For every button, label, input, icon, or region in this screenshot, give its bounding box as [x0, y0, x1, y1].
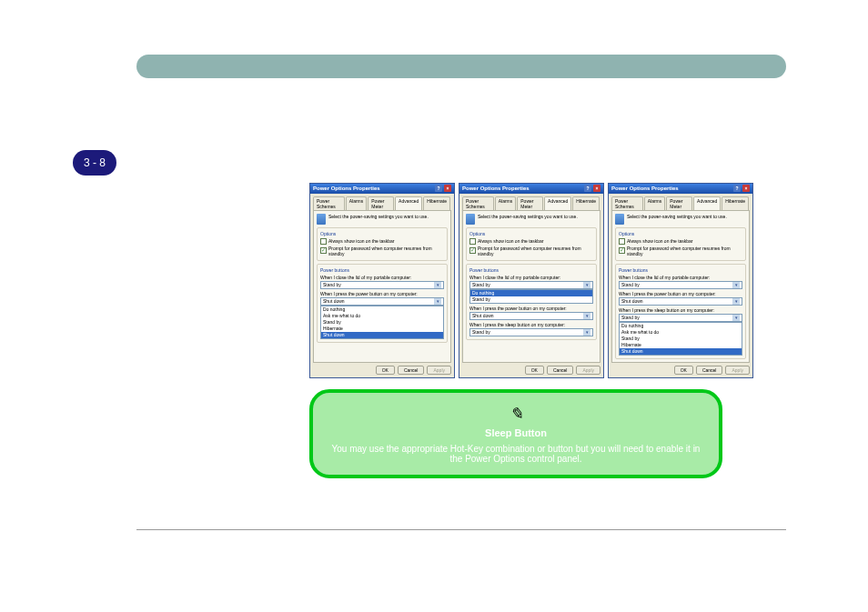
tab-power-schemes[interactable]: Power Schemes [462, 196, 494, 210]
body-text: The sleep button (Fn + Esc key combinati… [136, 106, 786, 150]
opt-hibernate[interactable]: Hibernate [620, 342, 742, 348]
lid-dropdown[interactable]: Stand by▾ [619, 281, 742, 289]
dialog-titlebar[interactable]: Power Options Properties ? × [310, 184, 454, 194]
opt-standby[interactable]: Stand by [620, 336, 742, 342]
sleep-dropdown-list[interactable]: Do nothing Ask me what to do Stand by Hi… [619, 322, 742, 356]
tab-advanced[interactable]: Advanced [395, 196, 422, 210]
opt-shutdown[interactable]: Shut down [620, 348, 742, 355]
battery-icon [317, 214, 326, 225]
tab-hibernate[interactable]: Hibernate [572, 196, 600, 210]
pb-title: Power buttons [619, 267, 742, 273]
opt-standby[interactable]: Stand by [321, 319, 443, 326]
chevron-down-icon: ▾ [583, 282, 590, 288]
ok-button[interactable]: OK [376, 366, 395, 375]
instruction: Select the power-saving settings you wan… [317, 214, 448, 225]
opt-hibernate[interactable]: Hibernate [321, 326, 443, 332]
tab-power-schemes[interactable]: Power Schemes [313, 196, 345, 210]
tab-alarms[interactable]: Alarms [495, 196, 517, 210]
tab-alarms[interactable]: Alarms [644, 196, 666, 210]
options-title: Options [619, 231, 742, 236]
lid-label: When I close the lid of my portable comp… [619, 275, 742, 280]
dialog-title: Power Options Properties [611, 186, 679, 191]
power-label: When I press the power button on my comp… [619, 291, 742, 296]
footer-divider [136, 529, 786, 530]
power-dropdown[interactable]: Shut down▾ [320, 297, 444, 306]
chevron-down-icon: ▾ [434, 298, 441, 305]
dialog-body: Select the power-saving settings you wan… [462, 210, 601, 363]
lid-dropdown[interactable]: Stand by▾ [320, 281, 444, 289]
body-p1: The sleep button (Fn + Esc key combinati… [136, 106, 786, 125]
ok-button[interactable]: OK [674, 366, 693, 375]
power-label: When I press the power button on my comp… [469, 306, 593, 311]
tab-hibernate[interactable]: Hibernate [722, 196, 749, 210]
dialog-body: Select the power-saving settings you wan… [313, 210, 451, 363]
lid-dropdown-list[interactable]: Do nothing Stand by [469, 289, 593, 304]
sleep-dropdown[interactable]: Stand by▾ [619, 314, 742, 322]
close-button[interactable]: × [444, 185, 451, 192]
options-group: Options Always show icon on the taskbar … [466, 227, 597, 261]
cancel-button[interactable]: Cancel [398, 366, 425, 375]
apply-button[interactable]: Apply [725, 366, 750, 375]
apply-button[interactable]: Apply [427, 366, 451, 375]
chk-prompt[interactable]: ✓Prompt for password when computer resum… [320, 246, 444, 256]
opt-donothing[interactable]: Do nothing [620, 323, 742, 329]
battery-icon [615, 214, 624, 225]
options-group: Options Always show icon on the taskbar … [615, 227, 746, 261]
titlebar-buttons: ? × [435, 185, 451, 192]
chevron-down-icon: ▾ [732, 282, 740, 288]
close-button[interactable]: × [593, 185, 601, 192]
help-button[interactable]: ? [435, 185, 442, 192]
cancel-button[interactable]: Cancel [696, 366, 723, 375]
power-dropdown[interactable]: Shut down▾ [469, 312, 593, 320]
chk-prompt[interactable]: ✓Prompt for password when computer resum… [469, 246, 593, 256]
opt-ask[interactable]: Ask me what to do [321, 313, 443, 319]
opt-standby[interactable]: Stand by [470, 296, 592, 303]
opt-ask[interactable]: Ask me what to do [620, 329, 742, 336]
titlebar-buttons: ? × [733, 185, 750, 192]
ok-button[interactable]: OK [525, 366, 544, 375]
chevron-down-icon: ▾ [434, 282, 441, 288]
apply-button[interactable]: Apply [576, 366, 601, 375]
power-buttons-group: Power buttons When I close the lid of my… [317, 264, 448, 343]
tab-advanced[interactable]: Advanced [544, 196, 571, 210]
tab-power-schemes[interactable]: Power Schemes [611, 196, 643, 210]
chevron-down-icon: ▾ [583, 329, 590, 336]
lid-dropdown[interactable]: Stand by▾ [469, 281, 593, 289]
tab-power-meter[interactable]: Power Meter [666, 196, 692, 210]
opt-donothing[interactable]: Do nothing [470, 290, 592, 296]
opt-donothing[interactable]: Do nothing [321, 306, 443, 313]
power-dropdown[interactable]: Shut down▾ [619, 297, 742, 306]
tab-power-meter[interactable]: Power Meter [368, 196, 394, 210]
tab-advanced[interactable]: Advanced [693, 196, 721, 210]
page-content: Configuring the Power Button 3 - 8 The s… [55, 55, 813, 478]
chk-taskbar[interactable]: Always show icon on the taskbar [469, 238, 593, 245]
power-dropdown-list[interactable]: Do nothing Ask me what to do Stand by Hi… [320, 306, 444, 339]
dialog-3: Power Options Properties ? × Power Schem… [608, 183, 753, 378]
page-number-pill: 3 - 8 [73, 150, 116, 176]
chk-taskbar[interactable]: Always show icon on the taskbar [619, 238, 742, 245]
options-group: Options Always show icon on the taskbar … [317, 227, 448, 261]
checkbox-icon [469, 238, 476, 245]
tab-alarms[interactable]: Alarms [346, 196, 368, 210]
close-button[interactable]: × [742, 185, 750, 192]
power-buttons-group: Power buttons When I close the lid of my… [615, 264, 746, 359]
figure-caption: Figure 3 - 4 - Power Options (Advanced -… [136, 163, 813, 176]
dialog-titlebar[interactable]: Power Options Properties ? × [459, 184, 603, 194]
help-button[interactable]: ? [584, 185, 591, 192]
page-number: 3 - 8 [84, 156, 106, 169]
note-title: Sleep Button [329, 427, 702, 438]
dialog-titlebar[interactable]: Power Options Properties ? × [609, 184, 752, 194]
pb-title: Power buttons [320, 267, 444, 273]
cancel-button[interactable]: Cancel [547, 366, 574, 375]
tab-power-meter[interactable]: Power Meter [517, 196, 543, 210]
sleep-label: When I press the sleep button on my comp… [469, 322, 593, 327]
tabs: Power Schemes Alarms Power Meter Advance… [609, 194, 752, 210]
opt-shutdown[interactable]: Shut down [321, 332, 443, 338]
tab-hibernate[interactable]: Hibernate [423, 196, 450, 210]
sleep-dropdown[interactable]: Stand by▾ [469, 328, 593, 336]
chk-prompt[interactable]: ✓Prompt for password when computer resum… [619, 246, 742, 256]
chk-taskbar[interactable]: Always show icon on the taskbar [320, 238, 444, 245]
lid-label: When I close the lid of my portable comp… [469, 275, 593, 280]
help-button[interactable]: ? [733, 185, 741, 192]
checkbox-icon [320, 238, 327, 245]
